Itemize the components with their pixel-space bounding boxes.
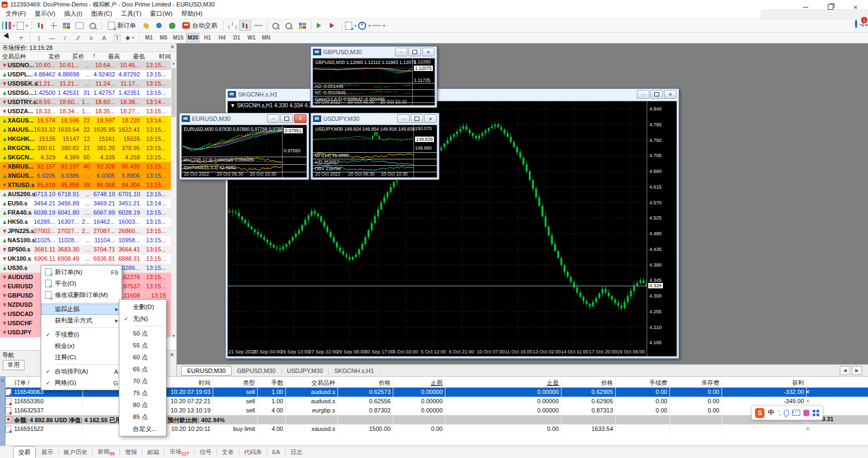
context-menu-item[interactable]: ✓手续费(i): [41, 329, 122, 340]
context-menu-item[interactable]: 注释(C): [41, 352, 122, 363]
chart-tab[interactable]: EURUSD,M30: [181, 366, 232, 376]
ime-language-toggle[interactable]: 中: [768, 408, 774, 417]
menu-item[interactable]: 工具(T): [117, 9, 146, 18]
vertical-line-tool-button[interactable]: |: [33, 33, 45, 43]
indicators-button[interactable]: ▼: [345, 20, 357, 31]
chart-close-button[interactable]: ✕: [422, 48, 435, 56]
market-watch-row[interactable]: ▲HK50.s16285...16307...2...16462...16003…: [0, 217, 171, 227]
chart-close-button[interactable]: ✕: [664, 90, 676, 99]
chart-minimize-button[interactable]: —: [267, 114, 279, 123]
submenu-item[interactable]: 50 点: [119, 327, 166, 339]
context-menu-item[interactable]: 修改或删除订单(M): [41, 289, 122, 301]
notifications-icon[interactable]: 1: [863, 20, 864, 27]
close-button[interactable]: ×: [843, 0, 868, 14]
market-watch-row[interactable]: ▼JPN225.s27002...27027...2...27087...268…: [0, 227, 171, 236]
bottom-tab-警报[interactable]: 警报: [120, 447, 142, 458]
tile-windows-button[interactable]: [296, 20, 308, 31]
chart-window-eurusd[interactable]: EURUSD,M30—✕MACD(8,17,9) 0.000295 0.0004…: [179, 113, 309, 180]
chart-tab[interactable]: GBPUSD,M30: [232, 366, 282, 375]
market-watch-row[interactable]: ▼USDTRY.s18.59...18.60...1...18.60...18.…: [0, 98, 171, 107]
submenu-item[interactable]: 75 点: [119, 387, 166, 399]
chart-minimize-button[interactable]: —: [637, 90, 649, 99]
periods-button[interactable]: ▼: [358, 20, 371, 31]
mw-column-header[interactable]: 交易品种: [2, 53, 26, 61]
restore-button[interactable]: [818, 0, 843, 14]
chart-tab[interactable]: USDJPY,M30: [282, 366, 329, 375]
script-icon[interactable]: [140, 20, 152, 31]
mw-column-header[interactable]: !: [93, 53, 95, 59]
signals-icon[interactable]: [166, 20, 178, 31]
navigator-button[interactable]: [61, 20, 73, 31]
market-watch-row[interactable]: ▼XTIUSD.s85.81985.8583986.06884.30413:15…: [0, 180, 171, 190]
market-watch-row[interactable]: ▼XBRUS...92.15792.1974092.32890.43913:15…: [0, 162, 171, 171]
context-menu-item[interactable]: 平仓(O): [41, 278, 122, 289]
terminal-button[interactable]: [74, 20, 86, 31]
data-window-button[interactable]: [48, 20, 60, 31]
arrows-tool-button[interactable]: ◆▼: [124, 33, 136, 43]
text-tool-button[interactable]: A: [98, 33, 110, 43]
menu-item[interactable]: 帮助(H): [177, 9, 207, 18]
context-menu-item[interactable]: 税金(x): [41, 340, 122, 352]
timeframe-button-m5[interactable]: M5: [157, 33, 170, 42]
orders-column-header[interactable]: 手续费: [649, 379, 667, 387]
line-chart-mode-button[interactable]: [252, 20, 264, 31]
submenu-item[interactable]: 自定义...: [119, 423, 166, 435]
market-watch-row[interactable]: ▲FRA40.s6039.196041.80...6067.996028.191…: [0, 208, 171, 217]
market-watch-close-icon[interactable]: ✕: [170, 44, 175, 50]
ime-punctuation-icon[interactable]: ’,: [777, 409, 781, 417]
submenu-item[interactable]: 55 点: [119, 339, 166, 351]
docked-panel-grip[interactable]: [0, 376, 5, 446]
profiles-button[interactable]: ▼: [17, 20, 29, 31]
bottom-tab-账户历史[interactable]: 账户历史: [59, 447, 92, 458]
submenu-item[interactable]: ✓无(N): [119, 313, 166, 325]
market-watch-scrollbar[interactable]: ▲▼: [171, 61, 176, 338]
mw-column-header[interactable]: 最低: [133, 53, 145, 61]
orders-column-header[interactable]: 时间: [199, 379, 210, 387]
chart-restore-button[interactable]: [411, 114, 423, 123]
zoom-out-button[interactable]: −: [283, 20, 295, 31]
market-watch-row[interactable]: ▲HKGHK...151351514712151611503513:15...: [0, 134, 171, 144]
orders-column-header[interactable]: 获利: [792, 379, 804, 387]
orders-column-header[interactable]: 订单 /: [14, 379, 29, 387]
auto-scroll-button[interactable]: [314, 20, 326, 31]
chart-shift-button[interactable]: [327, 20, 339, 31]
cursor-tool-button[interactable]: [2, 33, 14, 43]
market-watch-row[interactable]: ▲RKGCN...380.61380.8221381.20378.9513:15…: [0, 144, 171, 153]
timeframe-button-m1[interactable]: M1: [142, 33, 156, 42]
fibonacci-tool-button[interactable]: ≡: [85, 33, 97, 43]
timeframe-button-m15[interactable]: M15: [171, 33, 185, 42]
chart-minimize-button[interactable]: —: [397, 114, 410, 123]
bottom-tab-文章[interactable]: 文章: [217, 447, 239, 458]
ime-toolbox-icon[interactable]: [813, 410, 819, 416]
context-menu-item[interactable]: ✓自动排列(A)A: [41, 366, 122, 377]
zoom-in-button[interactable]: +: [270, 20, 282, 31]
chart-window-titlebar[interactable]: SKGCNH.s,H1—✕: [226, 89, 679, 100]
menu-item[interactable]: 窗口(W): [146, 9, 177, 18]
submenu-item[interactable]: 65 点: [119, 363, 166, 375]
chart-window-titlebar[interactable]: USDJPY,M30—✕: [311, 113, 439, 124]
ime-logo-icon[interactable]: S: [755, 408, 764, 418]
templates-button[interactable]: ▼: [372, 20, 386, 31]
navigator-tab-common[interactable]: 常用: [3, 360, 24, 370]
chart-close-button[interactable]: ✕: [294, 114, 307, 123]
horizontal-line-tool-button[interactable]: —: [46, 33, 58, 43]
bottom-tab-新闻[interactable]: 新闻99: [93, 446, 119, 458]
market-watch-row[interactable]: ▼USDZA...18.33...18.34...1...18.35...18.…: [0, 107, 171, 116]
mw-column-header[interactable]: 时间: [159, 53, 171, 61]
search-icon[interactable]: [855, 20, 857, 27]
chart-window-usdjpy[interactable]: USDJPY,M30—✕MFI(14) 46.8993A/D 352057OBV…: [310, 113, 439, 180]
market-watch-row[interactable]: ▲XAGUS...18.57418.5962218.59718.22013:14…: [0, 116, 171, 125]
minimize-button[interactable]: [793, 0, 818, 14]
bottom-tab-日志[interactable]: 日志: [285, 447, 307, 458]
channel-tool-button[interactable]: ⁄⁄: [72, 33, 84, 43]
market-watch-row[interactable]: ▼USDNO...10.60...10.61......10.64...10.4…: [0, 61, 171, 70]
ime-skin-icon[interactable]: [803, 410, 810, 416]
market-watch-row[interactable]: ▲AUS200.s6713.106718.91...6748.106701.10…: [0, 190, 171, 199]
timeframe-button-mn[interactable]: MN: [259, 33, 273, 42]
context-menu-item[interactable]: 追踪止损▶: [41, 304, 122, 315]
bottom-tab-代码库[interactable]: 代码库: [239, 447, 267, 458]
expert-advisor-icon[interactable]: [153, 20, 165, 31]
context-menu-item[interactable]: ✓网格(G)G: [41, 377, 122, 389]
market-watch-row[interactable]: ▲USDSG...1.425001.42531311.427571.423511…: [0, 88, 171, 98]
market-watch-row[interactable]: ▲SKGCN...4.3294.389604.3354.25813:15...: [0, 153, 171, 162]
